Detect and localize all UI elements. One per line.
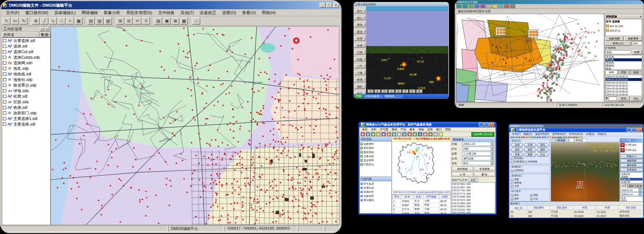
table-row[interactable]: 157662长沙小雨08:00 (393, 199, 451, 203)
side-tool-button[interactable]: 上升 (354, 64, 365, 68)
tool-icon[interactable]: ⊞ (116, 17, 124, 25)
minimize-button[interactable]: _ (627, 128, 631, 132)
time-row[interactable]: 2004-02-03 10:05:34 (606, 93, 642, 96)
menu-item[interactable]: 文件(F) (3, 10, 22, 16)
task-item-selected[interactable]: 机动一组 (621, 178, 643, 181)
toolbar-color-button[interactable] (498, 4, 503, 8)
menu-item[interactable]: 天气图 (378, 128, 390, 131)
maximize-button[interactable]: □ (632, 128, 637, 132)
menu-item[interactable]: 帮助(H) (259, 10, 278, 16)
layer-checkbox[interactable] (3, 117, 6, 120)
layer-row[interactable]: 政府部门.sdp (2, 110, 50, 116)
chevron-down-icon[interactable]: ▼ (491, 157, 494, 160)
tool-icon[interactable]: # (142, 17, 150, 25)
toolbar-icon[interactable]: ▣ (366, 132, 370, 136)
layer-checkbox[interactable] (3, 123, 6, 126)
toolbar-color-button[interactable] (504, 4, 509, 8)
tool-icon[interactable]: ╱ (41, 17, 48, 25)
date-badge[interactable]: 2004年1月10日 (471, 132, 494, 137)
weather-map-view[interactable]: H岳阳常德长沙怀化衡阳郴州永州 (392, 142, 451, 191)
menu-item[interactable]: 帮助(H) (596, 132, 608, 136)
column-header[interactable]: 纬度 (596, 206, 619, 210)
service-button[interactable]: 删 除 (474, 172, 496, 177)
monitor-row[interactable]: 60191.245 (606, 24, 642, 28)
chevron-down-icon[interactable]: ▼ (491, 162, 494, 165)
refresh-button[interactable]: 刷新 (468, 178, 478, 182)
menu-item[interactable]: 漫游控制(R) (534, 132, 551, 136)
toolbar-icon[interactable]: ▣ (428, 132, 433, 136)
taskbar-item[interactable]: 资料浏览 (384, 95, 403, 98)
layer-checkbox[interactable] (3, 100, 6, 104)
time-row[interactable]: 2004-02-03 09:05:13 (606, 75, 642, 78)
view-tab-1[interactable]: 三维场景 (570, 138, 587, 142)
menu-item[interactable]: 窗口操作(W) (23, 10, 51, 16)
wind-set-button[interactable]: 设置 (632, 50, 642, 55)
task-item[interactable]: 警戒哨 (621, 175, 643, 178)
table-row[interactable]: 357774衡阳小雨08:00 (393, 207, 451, 211)
dmgis-map-view[interactable] (51, 26, 339, 225)
table-row[interactable]: 457866永州阵雨08:00 (393, 211, 451, 214)
tool-icon[interactable]: ∩ (58, 17, 65, 25)
service-button[interactable]: 值班预报 (452, 166, 473, 171)
layer-checkbox[interactable] (3, 89, 6, 92)
tool-icon[interactable]: ▣ (163, 17, 171, 25)
toolbar-icon[interactable]: ▣ (381, 132, 386, 136)
layer-row[interactable]: 铁路.sdl (2, 105, 50, 110)
tool-icon[interactable]: + (66, 17, 74, 25)
toolbar-color-button[interactable] (510, 4, 515, 8)
column-header[interactable]: 天气现象 (423, 195, 439, 199)
taskbar-item[interactable]: 三维火场监测 (363, 95, 383, 98)
layer-check[interactable]: 水系 (511, 185, 549, 188)
side-tool-button[interactable]: 放大 (354, 9, 365, 13)
force-row[interactable]: 军红1团601 (621, 143, 643, 148)
tool-icon[interactable]: ▩ (180, 17, 188, 25)
force-button[interactable]: 属性设置 (620, 163, 643, 168)
toolbar-color-button[interactable] (486, 4, 491, 8)
layer-row[interactable]: 轮廓.sdl (2, 94, 50, 99)
panel-tab-0[interactable]: 部署 (620, 184, 628, 188)
menu-item[interactable]: 帮助 (444, 128, 452, 131)
layer-row[interactable]: 道路.sdl (2, 43, 50, 49)
tool-icon[interactable]: ∿ (49, 17, 57, 25)
force-button[interactable]: 部署兵力 (620, 155, 643, 159)
column-header[interactable]: 站号 (401, 195, 414, 199)
product-item[interactable]: 温度实况 (360, 186, 391, 190)
time-row[interactable]: 2004-02-03 09:55:28 (606, 90, 642, 93)
toolbar-icon[interactable]: ▣ (413, 132, 417, 136)
layer-check[interactable]: 道路 (511, 178, 549, 181)
table-row[interactable]: 31362红2连30.318241.3027炮兵分队 (510, 214, 643, 218)
toolbar-color-button[interactable] (468, 4, 474, 8)
file-row[interactable]: FSCI58102.000 (452, 209, 494, 212)
wind-option[interactable]: 静风 (606, 67, 642, 70)
layer-row[interactable]: 地名.sdp (2, 66, 50, 71)
tool-icon[interactable]: ⊠ (172, 17, 179, 25)
column-header[interactable]: dyn_id (510, 206, 527, 210)
column-header[interactable]: 经度 (573, 206, 596, 210)
toolbar-icon[interactable]: ▣ (376, 132, 381, 136)
file-row[interactable]: FSCI57774.000 (452, 193, 494, 196)
force-button[interactable]: 调整部署 (620, 159, 643, 163)
planning-titlebar[interactable]: 应急决策支持系统 (455, 0, 644, 4)
product-item[interactable]: 降水实况 (360, 182, 391, 186)
bottom-tab-0[interactable]: 监测 (605, 101, 624, 102)
tool-icon[interactable]: ✎ (20, 17, 28, 25)
move-button[interactable]: 复位 (537, 143, 549, 147)
column-header[interactable]: 序号 (393, 195, 401, 199)
maximize-button[interactable]: □ (326, 3, 332, 8)
product-item[interactable]: 云图动画 (360, 194, 391, 198)
move-button[interactable]: 后退 (524, 143, 536, 147)
move-button[interactable]: 停止 (537, 153, 549, 157)
toolbar-icon[interactable]: ▣ (371, 132, 375, 136)
tree-item[interactable]: ✓卫星云图 (360, 154, 391, 158)
field-combo[interactable]: 20时▼ (462, 147, 495, 151)
dmgis-titlebar[interactable]: DMGIS编辑文件 - DMGIS编辑平台 _□× (1, 1, 340, 9)
file-row[interactable]: FSCI58203.000 (452, 212, 494, 213)
tree-item[interactable]: ✓雷达资料 (360, 158, 391, 162)
move-button[interactable]: 前进 (511, 143, 523, 147)
toolbar-icon[interactable]: ▣ (418, 132, 422, 136)
tool-icon[interactable]: ▨ (154, 17, 162, 25)
tool-icon[interactable]: □ (192, 17, 200, 25)
close-button[interactable]: × (637, 128, 642, 132)
side-tool-button[interactable]: 右旋 (354, 57, 365, 61)
column-header[interactable]: 部队编号 (527, 206, 550, 210)
